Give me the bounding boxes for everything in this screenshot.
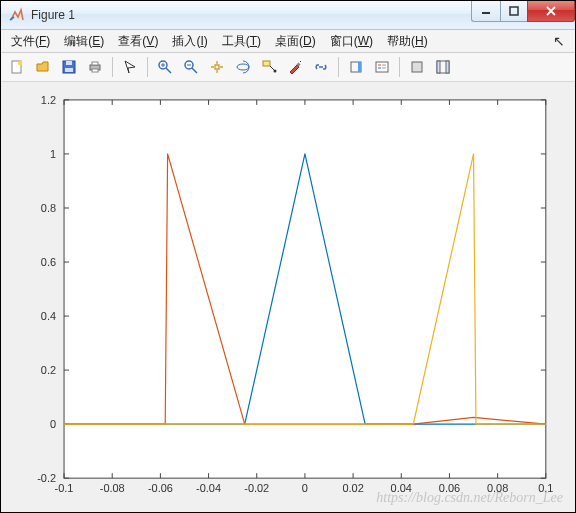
svg-rect-31 <box>446 61 449 73</box>
toolbar-separator <box>147 57 148 77</box>
svg-point-19 <box>274 70 277 73</box>
menu-view[interactable]: 查看(V) <box>112 31 164 52</box>
svg-text:0.6: 0.6 <box>41 256 56 268</box>
zoom-in-button[interactable] <box>153 55 177 79</box>
plot-area[interactable]: -0.1-0.08-0.06-0.04-0.0200.020.040.060.0… <box>1 82 575 512</box>
svg-point-17 <box>237 64 249 70</box>
brush-button[interactable] <box>283 55 307 79</box>
toolbar <box>1 53 575 82</box>
show-plot-tools-button[interactable] <box>431 55 455 79</box>
svg-text:0.08: 0.08 <box>487 482 508 494</box>
menu-file[interactable]: 文件(F) <box>5 31 56 52</box>
svg-rect-5 <box>66 61 72 65</box>
svg-rect-28 <box>412 62 422 72</box>
svg-rect-0 <box>482 12 490 14</box>
svg-text:-0.2: -0.2 <box>37 472 56 484</box>
menu-help[interactable]: 帮助(H) <box>381 31 434 52</box>
svg-line-15 <box>192 68 197 73</box>
window-title: Figure 1 <box>31 8 75 22</box>
insert-legend-button[interactable] <box>370 55 394 79</box>
svg-rect-30 <box>437 61 440 73</box>
zoom-out-button[interactable] <box>179 55 203 79</box>
rotate-3d-button[interactable] <box>231 55 255 79</box>
svg-rect-9 <box>92 69 98 72</box>
toolbar-separator <box>399 57 400 77</box>
save-button[interactable] <box>57 55 81 79</box>
open-button[interactable] <box>31 55 55 79</box>
svg-text:0.8: 0.8 <box>41 202 56 214</box>
svg-rect-22 <box>358 62 361 72</box>
svg-text:0: 0 <box>302 482 308 494</box>
edit-plot-button[interactable] <box>118 55 142 79</box>
menu-desktop[interactable]: 桌面(D) <box>269 31 322 52</box>
print-button[interactable] <box>83 55 107 79</box>
close-button[interactable] <box>527 1 575 22</box>
svg-line-11 <box>166 68 171 73</box>
svg-rect-6 <box>65 68 73 72</box>
dock-dropdown-icon[interactable]: ↖ <box>547 33 571 49</box>
svg-text:1: 1 <box>50 148 56 160</box>
svg-text:-0.1: -0.1 <box>55 482 74 494</box>
figure-window: Figure 1 文件(F) 编辑(E) 查看(V) 插入(I) 工具(T) 桌… <box>0 0 576 513</box>
svg-text:-0.06: -0.06 <box>148 482 173 494</box>
svg-text:-0.08: -0.08 <box>100 482 125 494</box>
svg-text:0: 0 <box>50 418 56 430</box>
menu-edit[interactable]: 编辑(E) <box>58 31 110 52</box>
svg-text:0.06: 0.06 <box>439 482 460 494</box>
menu-tools[interactable]: 工具(T) <box>216 31 267 52</box>
toolbar-separator <box>112 57 113 77</box>
menu-insert[interactable]: 插入(I) <box>166 31 213 52</box>
minimize-button[interactable] <box>471 1 500 22</box>
hide-plot-tools-button[interactable] <box>405 55 429 79</box>
svg-rect-18 <box>263 61 270 66</box>
link-button[interactable] <box>309 55 333 79</box>
axes[interactable]: -0.1-0.08-0.06-0.04-0.0200.020.040.060.0… <box>1 82 575 512</box>
svg-text:-0.04: -0.04 <box>196 482 221 494</box>
svg-point-3 <box>18 61 22 65</box>
pan-button[interactable] <box>205 55 229 79</box>
insert-colorbar-button[interactable] <box>344 55 368 79</box>
svg-rect-8 <box>92 62 98 65</box>
menu-window[interactable]: 窗口(W) <box>324 31 379 52</box>
data-cursor-button[interactable] <box>257 55 281 79</box>
svg-text:0.02: 0.02 <box>342 482 363 494</box>
new-figure-button[interactable] <box>5 55 29 79</box>
svg-text:-0.02: -0.02 <box>244 482 269 494</box>
svg-text:0.04: 0.04 <box>391 482 412 494</box>
maximize-button[interactable] <box>500 1 527 22</box>
window-controls <box>471 1 575 21</box>
svg-text:0.4: 0.4 <box>41 310 56 322</box>
svg-text:0.1: 0.1 <box>538 482 553 494</box>
matlab-icon <box>9 7 25 23</box>
svg-rect-23 <box>376 62 388 72</box>
svg-rect-1 <box>510 7 518 15</box>
svg-text:1.2: 1.2 <box>41 94 56 106</box>
toolbar-separator <box>338 57 339 77</box>
svg-text:0.2: 0.2 <box>41 364 56 376</box>
menubar: 文件(F) 编辑(E) 查看(V) 插入(I) 工具(T) 桌面(D) 窗口(W… <box>1 30 575 53</box>
titlebar[interactable]: Figure 1 <box>1 1 575 30</box>
